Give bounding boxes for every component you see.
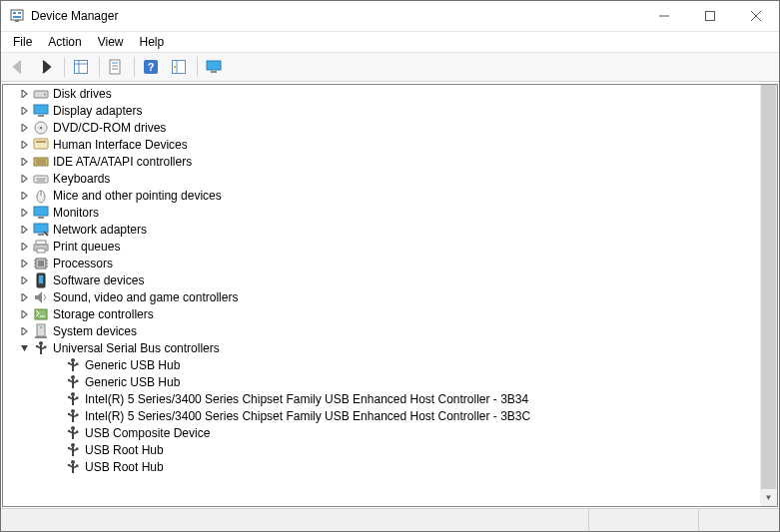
toolbar [1, 52, 779, 82]
tree-category-label: IDE ATA/ATAPI controllers [53, 155, 192, 169]
tree-category[interactable]: Keyboards [3, 170, 777, 187]
scroll-down-arrow-icon[interactable]: ▼ [760, 489, 777, 506]
tree-category[interactable]: System devices [3, 322, 777, 339]
tree-category-label: Software devices [53, 273, 144, 287]
expand-icon[interactable] [17, 171, 33, 187]
ide-icon [33, 154, 49, 170]
tree-device[interactable]: Generic USB Hub [3, 373, 777, 390]
menu-help[interactable]: Help [132, 33, 173, 51]
tree-category[interactable]: Storage controllers [3, 305, 777, 322]
expand-icon[interactable] [17, 256, 33, 271]
tree-device[interactable]: Generic USB Hub [3, 356, 777, 373]
monitor-button[interactable] [201, 54, 227, 80]
no-expander [49, 459, 65, 475]
tree-category-label: Storage controllers [53, 307, 154, 321]
expand-icon[interactable] [17, 205, 33, 221]
scroll-thumb[interactable] [761, 85, 776, 506]
minimize-button[interactable] [641, 1, 687, 31]
usb-icon [65, 357, 81, 373]
tree-device[interactable]: USB Root Hub [3, 441, 777, 458]
storage-icon [33, 306, 49, 322]
expand-icon[interactable] [17, 154, 33, 170]
keyboard-icon [33, 171, 49, 187]
window: Device Manager File Action View Help Dis… [0, 0, 780, 532]
tree-category[interactable]: Print queues [3, 238, 777, 255]
mouse-icon [33, 188, 49, 204]
tree-device-label: USB Root Hub [85, 443, 164, 457]
tree-category[interactable]: Universal Serial Bus controllers [3, 339, 777, 356]
no-expander [49, 425, 65, 441]
tree-device-label: Generic USB Hub [85, 358, 180, 372]
expand-icon[interactable] [17, 289, 33, 305]
expand-icon[interactable] [17, 137, 33, 153]
expand-icon[interactable] [17, 103, 33, 119]
close-button[interactable] [733, 1, 779, 31]
vertical-scrollbar[interactable]: ▲ ▼ [760, 85, 777, 506]
tree-category[interactable]: Monitors [3, 204, 777, 221]
menu-view[interactable]: View [90, 33, 132, 51]
tree-category-label: Universal Serial Bus controllers [53, 341, 220, 355]
status-cell-2 [589, 509, 699, 531]
tree-category[interactable]: Network adapters [3, 221, 777, 238]
menu-action[interactable]: Action [40, 33, 89, 51]
tree-device[interactable]: USB Composite Device [3, 424, 777, 441]
expand-icon[interactable] [17, 222, 33, 238]
tree-device[interactable]: Intel(R) 5 Series/3400 Series Chipset Fa… [3, 390, 777, 407]
tree-category-label: Mice and other pointing devices [53, 189, 222, 203]
network-icon [33, 222, 49, 238]
no-expander [49, 442, 65, 458]
tree-category-label: Monitors [53, 206, 99, 220]
tree-category[interactable]: Processors [3, 255, 777, 271]
system-icon [33, 323, 49, 339]
disk-icon [33, 86, 49, 102]
tree-category[interactable]: Software devices [3, 271, 777, 288]
no-expander [49, 357, 65, 373]
tree-category[interactable]: Disk drives [3, 85, 777, 102]
usb-icon [65, 374, 81, 390]
tree-category-label: Human Interface Devices [53, 138, 188, 152]
tree-device[interactable]: Intel(R) 5 Series/3400 Series Chipset Fa… [3, 407, 777, 424]
tree-device[interactable]: USB Root Hub [3, 458, 777, 475]
expand-icon[interactable] [17, 239, 33, 255]
tree-device-label: Generic USB Hub [85, 375, 180, 389]
show-hide-tree-button[interactable] [68, 54, 94, 80]
expand-icon[interactable] [17, 272, 33, 288]
tree-category[interactable]: Human Interface Devices [3, 136, 777, 153]
sound-icon [33, 289, 49, 305]
app-icon [9, 8, 25, 24]
expand-icon[interactable] [17, 86, 33, 102]
forward-button[interactable] [33, 54, 59, 80]
status-main [1, 509, 589, 531]
tree-category[interactable]: IDE ATA/ATAPI controllers [3, 153, 777, 170]
expand-icon[interactable] [17, 188, 33, 204]
tree-category-label: DVD/CD-ROM drives [53, 121, 166, 135]
menu-bar: File Action View Help [1, 32, 779, 52]
usb-icon [65, 459, 81, 475]
tree-category-label: Keyboards [53, 172, 110, 186]
collapse-icon[interactable] [17, 340, 33, 356]
cpu-icon [33, 256, 49, 271]
tree-category-label: System devices [53, 324, 137, 338]
tree-category[interactable]: Mice and other pointing devices [3, 187, 777, 204]
usb-icon [33, 340, 49, 356]
properties-button[interactable] [103, 54, 129, 80]
scan-hardware-button[interactable] [166, 54, 192, 80]
no-expander [49, 391, 65, 407]
back-button[interactable] [5, 54, 31, 80]
tree-category[interactable]: DVD/CD-ROM drives [3, 119, 777, 136]
help-button[interactable] [138, 54, 164, 80]
expand-icon[interactable] [17, 306, 33, 322]
device-tree[interactable]: Disk drivesDisplay adaptersDVD/CD-ROM dr… [2, 84, 778, 507]
tree-category[interactable]: Sound, video and game controllers [3, 288, 777, 305]
tree-category-label: Processors [53, 257, 113, 270]
usb-icon [65, 425, 81, 441]
expand-icon[interactable] [17, 323, 33, 339]
expand-icon[interactable] [17, 120, 33, 136]
hid-icon [33, 137, 49, 153]
dvd-icon [33, 120, 49, 136]
tree-device-label: USB Root Hub [85, 460, 164, 474]
menu-file[interactable]: File [5, 33, 40, 51]
tree-category[interactable]: Display adapters [3, 102, 777, 119]
maximize-button[interactable] [687, 1, 733, 31]
tree-category-label: Display adapters [53, 104, 142, 118]
